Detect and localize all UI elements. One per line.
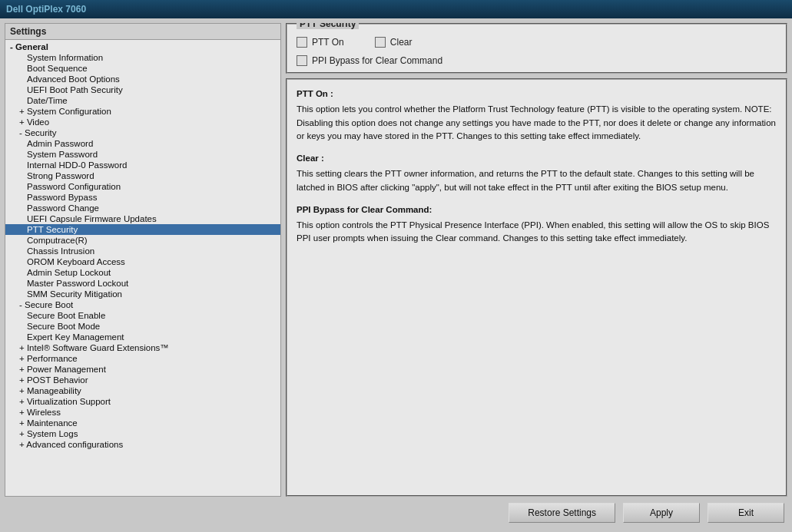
- sidebar-item-password-configuration[interactable]: Password Configuration: [5, 181, 280, 192]
- apply-button[interactable]: Apply: [623, 503, 700, 523]
- sidebar-item-manageability[interactable]: + Manageability: [5, 385, 280, 396]
- sidebar-item-maintenance[interactable]: + Maintenance: [5, 418, 280, 428]
- sidebar-item-advanced-configurations[interactable]: + Advanced configurations: [5, 439, 280, 450]
- sidebar-item-internal-hdd-0-password[interactable]: Internal HDD-0 Password: [5, 160, 280, 170]
- sidebar-item-advanced-boot-options[interactable]: Advanced Boot Options: [5, 74, 280, 84]
- sidebar-item-security[interactable]: - Security: [5, 127, 280, 138]
- sidebar-item-strong-password[interactable]: Strong Password: [5, 170, 280, 181]
- ptt-on-label: PTT On: [312, 37, 344, 48]
- sidebar-item-computrace[interactable]: Computrace(R): [5, 235, 280, 246]
- sidebar-item-smm-security-mitigation[interactable]: SMM Security Mitigation: [5, 289, 280, 299]
- sidebar-item-admin-setup-lockout[interactable]: Admin Setup Lockout: [5, 267, 280, 278]
- clear-label: Clear: [390, 37, 413, 48]
- sidebar-item-intel-software-guard[interactable]: + Intel® Software Guard Extensions™: [5, 342, 280, 353]
- sidebar-item-system-configuration[interactable]: + System Configuration: [5, 106, 280, 117]
- ppi-bypass-option[interactable]: PPI Bypass for Clear Command: [297, 55, 777, 66]
- ptt-on-desc-text: This option lets you control whether the…: [297, 103, 777, 143]
- ppi-bypass-label: PPI Bypass for Clear Command: [312, 55, 442, 66]
- description-box: PTT On : This option lets you control wh…: [286, 78, 787, 497]
- title-bar-label: Dell OptiPlex 7060: [6, 4, 86, 15]
- sidebar-item-wireless[interactable]: + Wireless: [5, 407, 280, 418]
- sidebar-item-system-information[interactable]: System Information: [5, 52, 280, 63]
- content-panel: PTT Security PTT On Clear PPI Bypass for…: [286, 23, 787, 497]
- ptt-on-desc: PTT On : This option lets you control wh…: [297, 88, 777, 143]
- sidebar-item-video[interactable]: + Video: [5, 117, 280, 127]
- sidebar-item-system-password[interactable]: System Password: [5, 149, 280, 160]
- ptt-security-section: PTT Security PTT On Clear PPI Bypass for…: [286, 23, 787, 74]
- bottom-toolbar: Restore Settings Apply Exit: [5, 497, 787, 527]
- settings-list[interactable]: - GeneralSystem InformationBoot Sequence…: [5, 40, 280, 496]
- sidebar-item-password-change[interactable]: Password Change: [5, 203, 280, 213]
- sidebar-item-power-management[interactable]: + Power Management: [5, 364, 280, 375]
- bios-container: Settings - GeneralSystem InformationBoot…: [0, 18, 792, 532]
- clear-desc: Clear : This setting clears the PTT owne…: [297, 152, 777, 194]
- sidebar-item-secure-boot[interactable]: - Secure Boot: [5, 299, 280, 310]
- ppi-bypass-desc-title: PPI Bypass for Clear Command:: [297, 203, 777, 216]
- sidebar-item-expert-key-management[interactable]: Expert Key Management: [5, 332, 280, 342]
- ptt-on-desc-title: PTT On :: [297, 88, 777, 101]
- sidebar-item-boot-sequence[interactable]: Boot Sequence: [5, 63, 280, 74]
- clear-option[interactable]: Clear: [375, 37, 413, 48]
- sidebar-item-system-logs[interactable]: + System Logs: [5, 428, 280, 439]
- restore-settings-button[interactable]: Restore Settings: [509, 503, 615, 523]
- sidebar-item-master-password-lockout[interactable]: Master Password Lockout: [5, 278, 280, 289]
- ptt-on-checkbox[interactable]: [297, 37, 307, 48]
- ppi-bypass-checkbox[interactable]: [297, 55, 307, 66]
- sidebar-item-orom-keyboard-access[interactable]: OROM Keyboard Access: [5, 256, 280, 267]
- clear-checkbox[interactable]: [375, 37, 386, 48]
- exit-button[interactable]: Exit: [707, 503, 784, 523]
- sidebar-item-virtualization-support[interactable]: + Virtualization Support: [5, 396, 280, 407]
- settings-panel-title: Settings: [5, 24, 280, 40]
- clear-desc-title: Clear :: [297, 152, 777, 165]
- sidebar-item-password-bypass[interactable]: Password Bypass: [5, 192, 280, 203]
- sidebar-item-chassis-intrusion[interactable]: Chassis Intrusion: [5, 246, 280, 256]
- sidebar-item-date-time[interactable]: Date/Time: [5, 95, 280, 106]
- sidebar-item-ptt-security[interactable]: PTT Security: [5, 224, 280, 235]
- sidebar-item-secure-boot-enable[interactable]: Secure Boot Enable: [5, 310, 280, 321]
- sidebar-item-uefi-boot-path-security[interactable]: UEFI Boot Path Security: [5, 84, 280, 95]
- ptt-security-title: PTT Security: [297, 23, 359, 29]
- ptt-on-option[interactable]: PTT On: [297, 37, 344, 48]
- sidebar-item-admin-password[interactable]: Admin Password: [5, 138, 280, 149]
- title-bar: Dell OptiPlex 7060: [0, 0, 792, 18]
- clear-desc-text: This setting clears the PTT owner inform…: [297, 167, 777, 194]
- ppi-bypass-desc: PPI Bypass for Clear Command: This optio…: [297, 203, 777, 246]
- sidebar-item-post-behavior[interactable]: + POST Behavior: [5, 375, 280, 385]
- sidebar-item-general[interactable]: - General: [5, 41, 280, 52]
- sidebar-item-secure-boot-mode[interactable]: Secure Boot Mode: [5, 321, 280, 332]
- sidebar-item-uefi-capsule-firmware-updates[interactable]: UEFI Capsule Firmware Updates: [5, 213, 280, 224]
- ppi-bypass-desc-text: This option controls the PTT Physical Pr…: [297, 219, 777, 246]
- sidebar-item-performance[interactable]: + Performance: [5, 353, 280, 364]
- settings-panel: Settings - GeneralSystem InformationBoot…: [5, 23, 281, 497]
